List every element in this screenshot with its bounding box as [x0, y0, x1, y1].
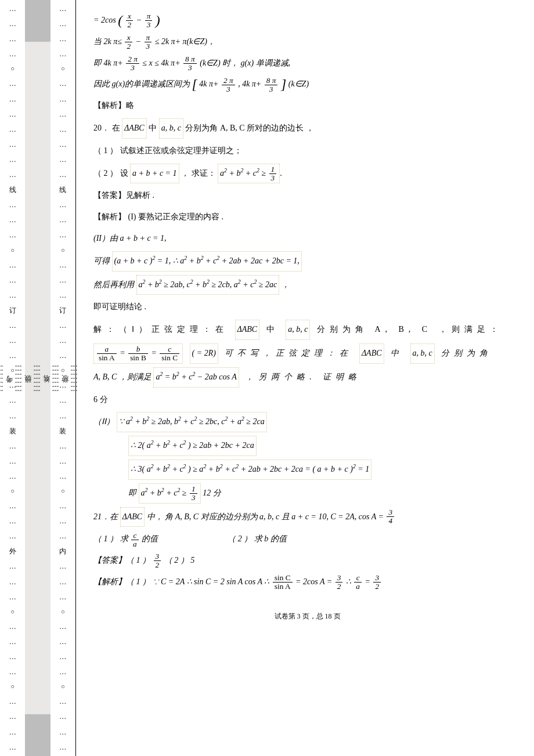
law-of-sines: asin A = bsin B = csin C ( = 2R) 可不写，正弦定… [93, 343, 521, 364]
analysis-omit: 【解析】略 [93, 97, 521, 115]
range-4kpi: 即 4k π+ 2 π3 ≤ x ≤ 4k π+ 8 π3 (k∈Z) 时， g… [93, 55, 521, 73]
eq-sign: = [93, 16, 99, 24]
q21-stem: 21．在 ΔABC 中， 角 A, B, C 对应的边分别为 a, b, c 且… [93, 507, 521, 527]
q21-parts: （ 1 ） 求 ca 的值 （ 2 ） 求 b 的值 [93, 530, 521, 548]
II-line3: ∴ 3( a2 + b2 + c2 ) ≥ a2 + b2 + c2 + 2ab… [93, 460, 521, 480]
q21-answer: 【答案】（ 1 ） 32 （ 2 ） 5 [93, 552, 521, 570]
q20-part1: （ 1 ） 试叙述正弦或余弦定理并证明之； [93, 142, 521, 160]
II-line4: 即 a2 + b2 + c2 ≥ 13 12 分 [93, 483, 521, 504]
interval-result: 因此 g(x)的单调递减区间为 [ 4k π+ 2 π3 , 4k π+ 8 π… [93, 75, 521, 93]
cond-range: 当 2k π≤ x2 − π3 ≤ 2k π+ π(k∈Z)， [93, 33, 521, 51]
step-amgm: 然后再利用 a2 + b2 ≥ 2ab, c2 + b2 ≥ 2cb, a2 +… [93, 275, 521, 295]
paren-open-icon: ( [118, 14, 122, 28]
gutter-col-mid: ┆┆┆┆┆┆┆考号┆┆┆┆┆┆┆班级┆┆┆┆┆┆┆姓名┆┆┆┆┆┆┆学校┆┆┆┆… [25, 0, 50, 756]
law-of-cosines: A, B, C ，则满足 a2 = b2 + c2 − 2ab cos A ，另… [93, 367, 521, 388]
analysis-II: (II）由 a + b + c = 1, [93, 230, 521, 248]
bracket-open-icon: [ [192, 78, 197, 92]
q21-analysis: 【解析】（ 1 ） ∵ C = 2A ∴ sin C = 2 sin A cos… [93, 573, 521, 591]
score-6: 6 分 [93, 391, 521, 409]
gutter-mid-labels: ┆┆┆┆┆┆┆考号┆┆┆┆┆┆┆班级┆┆┆┆┆┆┆姓名┆┆┆┆┆┆┆学校┆┆┆┆… [0, 364, 79, 392]
page-footer: 试卷第 3 页，总 18 页 [93, 609, 521, 624]
coeff: 2cos [101, 16, 116, 24]
q20-stem: 20． 在 ΔABC 中 a, b, c 分别为角 A, B, C 所对的边的边… [93, 118, 521, 139]
page-wrap: …………○…………………线………○………订………○………装………○………外………… [0, 0, 534, 756]
II-line2: ∴ 2( a2 + b2 + c2 ) ≥ 2ab + 2bc + 2ca [93, 436, 521, 456]
step-conclude: 即可证明结论 . [93, 298, 521, 316]
step-expand: 可得 (a + b + c )2 = 1, ∴ a2 + b2 + c2 + 2… [93, 251, 521, 272]
answer-label: 【答案】见解析 . [93, 187, 521, 205]
II-line1: （ⅠⅠ） ∵ a2 + b2 ≥ 2ab, b2 + c2 ≥ 2bc, c2 … [93, 412, 521, 432]
paren-close-icon: ) [156, 14, 160, 28]
content: = 2cos ( x2 − π3 ) 当 2k π≤ x2 − π3 ≤ 2k … [76, 0, 534, 756]
binding-gutter: …………○…………………线………○………订………○………装………○………外………… [0, 0, 76, 756]
q20-part2: （ 2 ） 设 a + b + c = 1 ， 求证： a2 + b2 + c2… [93, 164, 521, 184]
analysis-I: 【解析】 (I) 要熟记正余定理的内容 . [93, 208, 521, 226]
solution-I-text: 解：（Ⅰ）正弦定理：在 ΔABC 中 a, b, c 分别为角 A, B, C … [93, 320, 521, 340]
expr-2cos: = 2cos ( x2 − π3 ) [93, 12, 521, 30]
bracket-close-icon: ] [281, 78, 286, 92]
